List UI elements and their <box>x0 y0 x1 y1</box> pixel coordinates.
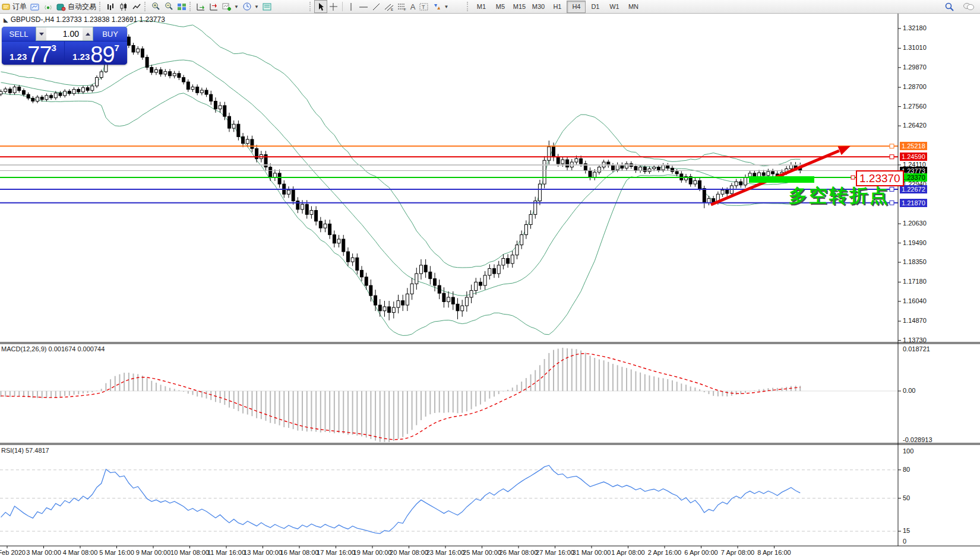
zoom-out-icon[interactable] <box>162 1 175 12</box>
signal-icon[interactable] <box>42 1 55 12</box>
rsi-axis-label: 15 <box>903 527 910 534</box>
price-axis-badge: 1.23370 <box>900 173 927 182</box>
price-axis-tick: 1.20630 <box>903 220 927 227</box>
price-axis-badge: 1.22672 <box>900 185 927 193</box>
search-icon[interactable] <box>943 1 956 12</box>
time-axis-label: 27 Mar 16:00 <box>536 549 574 556</box>
timeframe-button-m30[interactable]: M30 <box>529 1 548 13</box>
highlight-rectangle[interactable] <box>749 176 814 183</box>
buy-button[interactable]: BUY <box>93 27 127 41</box>
buy-price-display[interactable]: 1.23897 <box>65 42 127 65</box>
candlestick-icon[interactable] <box>117 1 130 12</box>
time-axis-label: 17 Mar 16:00 <box>317 549 355 556</box>
autotrading-button[interactable]: 自动交易 <box>55 1 98 12</box>
fibonacci-icon[interactable]: F <box>396 1 409 12</box>
cursor-icon[interactable] <box>314 0 327 13</box>
timeframe-group: M1M5M15M30H1H4D1W1MN <box>472 1 643 13</box>
price-axis-badge: 1.25218 <box>900 142 927 150</box>
line-chart-icon[interactable] <box>130 1 143 12</box>
timeframe-button-h4[interactable]: H4 <box>567 1 586 13</box>
trading-app-window: 订单 自动交易 ▼ ▼ E F A T ▼ M1M5M15M <box>0 0 980 559</box>
svg-text:F: F <box>404 8 406 11</box>
time-axis-label: 2 Apr 16:00 <box>648 549 681 556</box>
time-axis-label: 25 Mar 00:00 <box>463 549 501 556</box>
timeframe-button-m1[interactable]: M1 <box>472 1 491 13</box>
svg-text:E: E <box>391 8 393 11</box>
time-axis-label: 5 Mar 16:00 <box>99 549 134 556</box>
price-axis-tick: 1.27560 <box>903 103 927 110</box>
channel-icon[interactable]: E <box>382 1 396 12</box>
volume-input[interactable] <box>46 27 83 40</box>
svg-text:T: T <box>422 4 425 10</box>
rsi-axis-label: 80 <box>903 466 910 473</box>
bar-chart-icon[interactable] <box>104 1 117 12</box>
time-axis-label: 6 Apr 00:00 <box>684 549 717 556</box>
timeframe-button-w1[interactable]: W1 <box>605 1 624 13</box>
price-axis-tick: 1.29870 <box>903 63 927 71</box>
price-axis-tick: 1.26420 <box>903 122 927 129</box>
time-axis-label: 8 Apr 16:00 <box>757 549 791 556</box>
text-icon[interactable]: A <box>409 1 418 12</box>
indicators-add-icon[interactable]: ▼ <box>220 1 241 12</box>
chat-icon[interactable] <box>961 1 976 12</box>
periods-icon[interactable]: ▼ <box>241 1 261 12</box>
price-axis-tick: 1.17180 <box>903 278 927 285</box>
time-axis-label: 31 Mar 00:00 <box>573 549 611 556</box>
timeframe-button-d1[interactable]: D1 <box>586 1 605 13</box>
toolbar-separator <box>342 2 343 11</box>
horizontal-line-icon[interactable] <box>357 1 370 12</box>
time-axis-label: 4 Mar 08:00 <box>63 549 98 556</box>
chart-canvas[interactable] <box>0 0 980 559</box>
crosshair-icon[interactable] <box>327 1 340 12</box>
price-axis-tick: 1.32180 <box>903 24 927 31</box>
price-axis-tick: 1.31010 <box>903 44 927 51</box>
macd-axis-label: -0.028913 <box>903 436 932 443</box>
macd-indicator <box>0 348 898 442</box>
arrows-icon[interactable]: ▼ <box>431 1 451 12</box>
tile-windows-icon[interactable] <box>175 1 188 12</box>
templates-icon[interactable] <box>261 1 274 12</box>
time-axis-label: 1 Apr 08:00 <box>611 549 644 556</box>
toolbar-grip <box>309 2 313 11</box>
toolbar-grip <box>144 2 148 11</box>
rsi-axis-label: 50 <box>903 494 910 501</box>
chart-window-icon: ◣ <box>4 17 8 23</box>
time-axis-label: 19 Mar 00:00 <box>353 549 392 556</box>
toolbar-grip <box>189 2 193 11</box>
price-axis-badge: 1.21870 <box>900 199 927 207</box>
charts-profile-icon[interactable] <box>29 1 42 12</box>
volume-down-button[interactable] <box>36 27 46 40</box>
chevron-down-icon: ▼ <box>234 4 239 9</box>
timeframe-button-mn[interactable]: MN <box>624 1 643 13</box>
timeframe-button-h1[interactable]: H1 <box>548 1 567 13</box>
text-label-icon[interactable]: T <box>418 1 431 12</box>
vertical-line-icon[interactable] <box>345 1 357 12</box>
zoom-in-icon[interactable] <box>149 1 162 12</box>
timeframe-button-m5[interactable]: M5 <box>491 1 510 13</box>
toolbar-grip <box>467 2 470 11</box>
one-click-trading-panel: SELL BUY 1.23773 1.23897 <box>2 27 127 65</box>
rsi-axis-label: 0 <box>903 538 906 545</box>
time-axis-label: 16 Mar 08:00 <box>280 549 319 556</box>
volume-up-button[interactable] <box>83 27 93 40</box>
time-axis-label: 10 Mar 08:00 <box>170 549 209 556</box>
time-axis-label: 7 Apr 08:00 <box>721 549 754 556</box>
price-axis-tick: 1.28700 <box>903 83 927 90</box>
price-axis-tick: 1.16040 <box>903 297 927 304</box>
volume-stepper <box>36 27 93 41</box>
sell-button[interactable]: SELL <box>2 27 36 41</box>
toolbar-grip <box>99 2 103 11</box>
time-axis-label: 20 Mar 08:00 <box>390 549 428 556</box>
trendline-icon[interactable] <box>370 1 382 12</box>
chart-shift-icon[interactable] <box>207 1 220 12</box>
timeframe-button-m15[interactable]: M15 <box>510 1 529 13</box>
time-axis-label: 23 Mar 16:00 <box>426 549 465 556</box>
new-order-button[interactable]: 订单 <box>0 1 29 12</box>
autotrading-icon <box>56 2 66 11</box>
time-axis-label: 11 Mar 16:00 <box>207 549 245 556</box>
rsi-indicator <box>0 465 898 533</box>
auto-scroll-icon[interactable] <box>194 1 207 12</box>
sell-price-display[interactable]: 1.23773 <box>2 42 64 65</box>
autotrading-label: 自动交易 <box>68 2 96 12</box>
symbol-ohlc-line: ◣GBPUSD-,H4 1.23733 1.23838 1.23691 1.23… <box>4 15 165 24</box>
